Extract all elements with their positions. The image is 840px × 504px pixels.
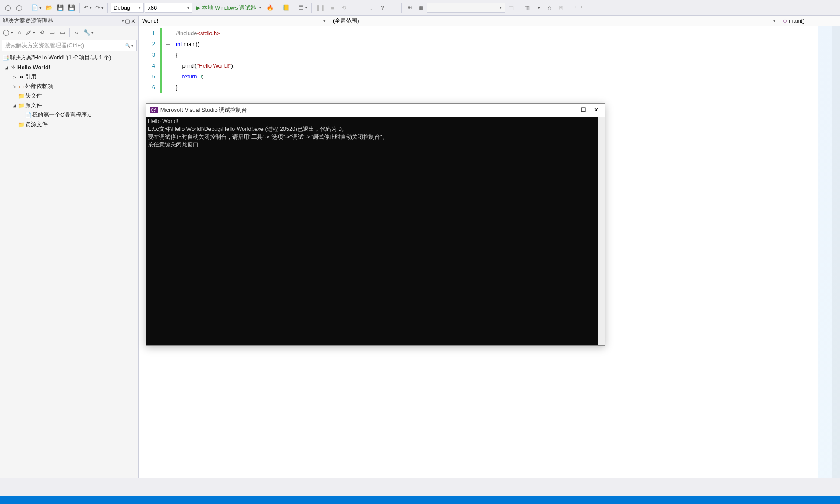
solution-icon: 📑 bbox=[2, 55, 10, 61]
undo-icon[interactable]: ↶ bbox=[82, 3, 93, 13]
search-dd-icon[interactable]: 🔍 ▾ bbox=[125, 43, 133, 48]
solution-explorer: 解决方案资源管理器 ▾ ▢ ✕ ◯ ⌂ 🖉 ⟲ ▭ ▭ ‹› 🔧 — 搜索解决方… bbox=[0, 16, 139, 478]
expand-icon[interactable]: ◢ bbox=[3, 65, 10, 70]
save-all-icon[interactable]: 💾 bbox=[66, 3, 77, 13]
extdeps-icon: ▭ bbox=[17, 83, 25, 90]
nav-scope-label: (全局范围) bbox=[333, 17, 359, 25]
start-debug-button[interactable]: ▶本地 Windows 调试器 bbox=[193, 3, 264, 13]
attach-icon[interactable]: 🔥 bbox=[265, 3, 275, 13]
misc1-icon[interactable]: ≋ bbox=[404, 3, 415, 13]
layout2-icon[interactable] bbox=[533, 3, 544, 13]
step-in-icon[interactable]: → bbox=[355, 3, 365, 13]
tree-resources-row[interactable]: 📁 资源文件 bbox=[0, 120, 138, 129]
solution-search-input[interactable]: 搜索解决方案资源管理器(Ctrl+;) 🔍 ▾ bbox=[2, 40, 137, 51]
open-icon[interactable]: 📂 bbox=[44, 3, 54, 13]
layout-icon[interactable]: ▥ bbox=[522, 3, 532, 13]
misc5-icon[interactable]: ⎘ bbox=[556, 3, 566, 13]
sol-tb-scope-icon[interactable]: 🖉 bbox=[25, 27, 36, 38]
redo-icon[interactable]: ↷ bbox=[94, 3, 105, 13]
sol-tb-sync-icon[interactable]: ⟲ bbox=[36, 27, 47, 38]
refs-icon: ▪▪ bbox=[17, 74, 25, 80]
platform-combo[interactable]: x86▾ bbox=[145, 3, 192, 13]
console-titlebar[interactable]: C:\ Microsoft Visual Studio 调试控制台 — ☐ ✕ bbox=[146, 104, 605, 117]
expand-icon[interactable]: ◢ bbox=[11, 103, 17, 108]
misc4-icon[interactable]: ⎌ bbox=[544, 3, 555, 13]
panel-close-icon[interactable]: ✕ bbox=[131, 18, 136, 24]
tree-solution-row[interactable]: 📑 解决方案"Hello World!"(1 个项目/共 1 个) bbox=[0, 53, 138, 62]
project-icon: ⚛ bbox=[10, 64, 17, 71]
console-title-text: Microsoft Visual Studio 调试控制台 bbox=[160, 106, 247, 114]
tree-headers-row[interactable]: 📁 头文件 bbox=[0, 91, 138, 101]
pause-icon[interactable]: ❚❚ bbox=[314, 3, 326, 13]
sol-tb-home-icon[interactable]: ⌂ bbox=[14, 27, 25, 38]
taskbar[interactable] bbox=[0, 496, 840, 504]
console-vscrollbar[interactable] bbox=[598, 117, 605, 345]
debugger-label: 本地 Windows 调试器 bbox=[202, 4, 256, 12]
platform-value: x86 bbox=[148, 4, 157, 11]
tree-extdeps-row[interactable]: ▷ ▭ 外部依赖项 bbox=[0, 81, 138, 91]
minimize-icon[interactable]: — bbox=[567, 107, 573, 114]
save-icon[interactable]: 💾 bbox=[55, 3, 65, 13]
editor-navbar: World!▾ (全局范围)▾ ◇ main() bbox=[139, 16, 840, 26]
tree-sources-row[interactable]: ◢ 📁 源文件 bbox=[0, 101, 138, 110]
nav-fwd-icon[interactable]: ◯ bbox=[14, 3, 24, 13]
window-icon[interactable]: 🗔 bbox=[297, 3, 309, 13]
new-item-icon[interactable]: 📄 bbox=[30, 3, 43, 13]
sol-tb-line-icon[interactable]: — bbox=[95, 27, 105, 38]
config-value: Debug bbox=[114, 4, 130, 11]
solution-search-placeholder: 搜索解决方案资源管理器(Ctrl+;) bbox=[5, 42, 125, 49]
restart-icon[interactable]: ⟲ bbox=[339, 3, 349, 13]
folder-icon: 📁 bbox=[17, 93, 25, 99]
tree-sourcefile-row[interactable]: 📄 我的第一个C语言程序.c bbox=[0, 110, 138, 120]
solution-toolbar: ◯ ⌂ 🖉 ⟲ ▭ ▭ ‹› 🔧 — bbox=[0, 26, 138, 39]
expand-icon[interactable]: ▷ bbox=[11, 84, 17, 89]
maximize-icon[interactable]: ☐ bbox=[581, 107, 586, 114]
misc6-icon[interactable]: ⋮⋮ bbox=[572, 3, 586, 13]
stop-icon[interactable]: ■ bbox=[327, 3, 338, 13]
sol-tb-wrench-icon[interactable]: 🔧 bbox=[82, 27, 95, 38]
sol-tb-back-icon[interactable]: ◯ bbox=[2, 27, 14, 38]
editor-vscrollbar[interactable] bbox=[832, 26, 840, 478]
tree-headers-label: 头文件 bbox=[25, 92, 42, 100]
tree-sourcefile-label: 我的第一个C语言程序.c bbox=[32, 111, 91, 119]
tree-solution-label: 解决方案"Hello World!"(1 个项目/共 1 个) bbox=[10, 54, 111, 62]
main-toolbar: ◯ ◯ 📄 📂 💾 💾 ↶ ↷ Debug▾ x86▾ ▶本地 Windows … bbox=[0, 0, 840, 16]
tree-refs-row[interactable]: ▷ ▪▪ 引用 bbox=[0, 72, 138, 81]
close-icon[interactable]: ✕ bbox=[594, 107, 599, 114]
sol-tb-filter-icon[interactable]: ▭ bbox=[47, 27, 57, 38]
expand-icon[interactable]: ▷ bbox=[11, 75, 17, 79]
tree-resources-label: 资源文件 bbox=[25, 120, 48, 128]
misc3-icon[interactable]: ◫ bbox=[506, 3, 516, 13]
console-window: C:\ Microsoft Visual Studio 调试控制台 — ☐ ✕ … bbox=[146, 103, 605, 346]
solution-tree: 📑 解决方案"Hello World!"(1 个项目/共 1 个) ◢ ⚛ He… bbox=[0, 52, 138, 478]
nav-file-combo[interactable]: World!▾ bbox=[139, 16, 329, 26]
step-out-icon[interactable]: ? bbox=[377, 3, 387, 13]
nav-fn-combo[interactable]: ◇ main() bbox=[779, 16, 840, 26]
search-combo[interactable]: ▾ bbox=[427, 3, 505, 13]
tree-refs-label: 引用 bbox=[25, 73, 36, 81]
panel-menu-icon[interactable]: ▾ bbox=[122, 19, 124, 23]
console-output[interactable]: Hello World! E:\.c文件\Hello World!\Debug\… bbox=[146, 117, 598, 345]
find-files-icon[interactable]: 📒 bbox=[281, 3, 291, 13]
sol-tb-code-icon[interactable]: ‹› bbox=[72, 27, 82, 38]
tree-project-label: Hello World! bbox=[17, 64, 50, 71]
tree-project-row[interactable]: ◢ ⚛ Hello World! bbox=[0, 62, 138, 72]
misc2-icon[interactable]: ▦ bbox=[416, 3, 426, 13]
cfile-icon: 📄 bbox=[24, 112, 32, 118]
nav-fn-label: main() bbox=[789, 17, 805, 24]
step-icon[interactable]: ↑ bbox=[388, 3, 399, 13]
collapse-icon[interactable]: − bbox=[166, 40, 170, 45]
solution-panel-title: 解决方案资源管理器 ▾ ▢ ✕ bbox=[0, 16, 138, 26]
tree-extdeps-label: 外部依赖项 bbox=[25, 82, 53, 90]
nav-back-icon[interactable]: ◯ bbox=[3, 3, 13, 13]
solution-title-text: 解决方案资源管理器 bbox=[3, 17, 53, 25]
folder-icon: 📁 bbox=[17, 121, 25, 128]
config-combo[interactable]: Debug▾ bbox=[111, 3, 144, 13]
sol-tb-showall-icon[interactable]: ▭ bbox=[57, 27, 68, 38]
console-app-icon: C:\ bbox=[150, 107, 158, 113]
nav-file-label: World! bbox=[142, 17, 158, 24]
folder-icon: 📁 bbox=[17, 102, 25, 109]
step-over-icon[interactable]: ↓ bbox=[366, 3, 376, 13]
panel-pin-icon[interactable]: ▢ bbox=[125, 18, 130, 24]
nav-scope-combo[interactable]: (全局范围)▾ bbox=[329, 16, 779, 26]
